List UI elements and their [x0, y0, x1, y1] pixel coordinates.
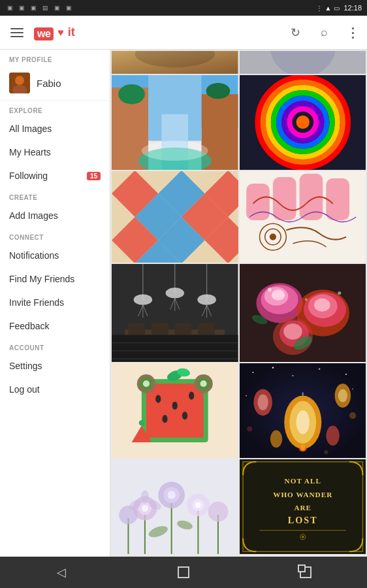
svg-point-104 — [252, 372, 253, 373]
svg-point-118 — [257, 395, 268, 410]
refresh-button[interactable]: ↻ — [281, 16, 310, 50]
grid-cell-11[interactable] — [112, 459, 238, 554]
my-profile-label: MY PROFILE — [0, 50, 110, 66]
svg-rect-39 — [326, 178, 349, 220]
svg-point-91 — [162, 415, 167, 423]
sidebar-item-settings[interactable]: Settings — [0, 354, 110, 378]
connect-label: CONNECT — [0, 227, 110, 244]
svg-point-107 — [319, 368, 320, 370]
main-layout: MY PROFILE Fabio EXPLORE All Images My H… — [0, 50, 367, 572]
svg-point-14 — [206, 83, 231, 99]
svg-point-15 — [142, 141, 208, 161]
sidebar-item-add-images[interactable]: Add Images — [0, 204, 110, 227]
back-icon: ◁ — [57, 565, 66, 580]
grid-cell-10[interactable] — [240, 363, 366, 458]
svg-point-106 — [292, 375, 293, 376]
grid-cell-3[interactable] — [112, 75, 238, 170]
refresh-icon: ↻ — [291, 25, 300, 40]
home-button[interactable] — [157, 557, 210, 588]
svg-point-55 — [165, 287, 184, 298]
svg-point-90 — [189, 391, 194, 399]
sidebar-item-my-hearts[interactable]: My Hearts — [0, 140, 110, 164]
grid-cell-4[interactable] — [240, 75, 366, 170]
search-button[interactable]: ⌕ — [310, 16, 338, 50]
svg-point-122 — [270, 431, 281, 448]
grid-cell-1[interactable] — [112, 51, 238, 74]
svg-point-134 — [142, 505, 148, 512]
account-label: ACCOUNT — [0, 338, 110, 354]
svg-point-95 — [143, 380, 150, 387]
svg-point-72 — [271, 289, 284, 300]
svg-rect-87 — [146, 384, 204, 437]
status-bar-right: ⋮ ▲ ▭ 12:18 — [316, 4, 362, 12]
svg-rect-36 — [246, 184, 270, 220]
svg-point-108 — [345, 374, 346, 375]
svg-point-13 — [118, 84, 145, 105]
sidebar-item-following[interactable]: Following 15 — [0, 164, 110, 188]
grid-cell-2[interactable] — [240, 51, 366, 74]
logo-it: it — [68, 25, 75, 39]
grid-cell-12[interactable]: NOT ALL WHO WANDER ARE LOST — [240, 459, 366, 554]
top-bar-actions: ↻ ⌕ ⋮ — [281, 16, 367, 50]
battery-icon: ▭ — [334, 5, 340, 12]
app-icon-6: ▣ — [64, 3, 73, 12]
svg-point-24 — [296, 116, 309, 129]
svg-point-79 — [283, 323, 302, 339]
sidebar-item-invite-friends[interactable]: Invite Friends — [0, 291, 110, 314]
svg-point-80 — [267, 287, 271, 291]
sidebar-item-all-images[interactable]: All Images — [0, 117, 110, 140]
svg-point-140 — [195, 502, 200, 508]
logo-heart-icon: ♥ — [57, 27, 64, 39]
username: Fabio — [37, 78, 61, 89]
create-label: CREATE — [0, 188, 110, 204]
svg-rect-46 — [152, 323, 168, 335]
svg-point-81 — [304, 299, 307, 301]
svg-text:WHO WANDER: WHO WANDER — [273, 491, 332, 498]
menu-button[interactable] — [0, 16, 34, 50]
svg-point-113 — [296, 410, 309, 434]
svg-point-50 — [134, 294, 153, 304]
sidebar-item-logout[interactable]: Log out — [0, 378, 110, 401]
svg-point-137 — [168, 491, 176, 499]
signal-icon: ⋮ — [316, 5, 323, 12]
logo-we: we — [34, 24, 54, 41]
svg-text:NOT ALL: NOT ALL — [284, 477, 321, 485]
recent-apps-button[interactable] — [279, 557, 332, 588]
time-display: 12:18 — [343, 4, 362, 12]
sidebar-user[interactable]: Fabio — [0, 66, 110, 101]
top-app-bar: we ♥ it ↻ ⌕ ⋮ — [0, 16, 367, 50]
svg-point-125 — [324, 450, 328, 454]
svg-rect-48 — [198, 323, 214, 335]
back-button[interactable]: ◁ — [35, 557, 88, 588]
svg-point-89 — [172, 402, 178, 410]
grid-cell-7[interactable] — [112, 264, 238, 362]
svg-point-110 — [246, 395, 247, 397]
search-icon: ⌕ — [321, 25, 328, 39]
svg-point-60 — [197, 294, 216, 304]
svg-rect-45 — [128, 323, 144, 335]
grid-cell-5[interactable] — [112, 171, 238, 263]
sidebar-item-find-friends[interactable]: Find My Friends — [0, 267, 110, 291]
content-area[interactable]: NOT ALL WHO WANDER ARE LOST — [110, 50, 367, 572]
svg-point-142 — [208, 502, 229, 522]
more-button[interactable]: ⋮ — [338, 16, 367, 50]
svg-point-102 — [139, 420, 144, 425]
grid-cell-8[interactable] — [240, 264, 366, 362]
svg-point-123 — [349, 412, 356, 419]
grid-cell-9[interactable] — [112, 363, 238, 458]
sidebar-item-feedback[interactable]: Feedback — [0, 314, 110, 338]
svg-point-121 — [326, 425, 339, 446]
svg-point-82 — [338, 291, 341, 295]
app-icon-4: ▤ — [40, 3, 50, 12]
sidebar: MY PROFILE Fabio EXPLORE All Images My H… — [0, 50, 110, 572]
grid-cell-6[interactable] — [240, 171, 366, 263]
explore-label: EXPLORE — [0, 101, 110, 117]
svg-point-116 — [300, 444, 305, 451]
svg-point-76 — [314, 299, 330, 312]
svg-rect-64 — [112, 335, 238, 362]
logo-area: we ♥ it — [34, 24, 281, 41]
app-icon-2: ▣ — [17, 3, 26, 12]
sidebar-item-notifications[interactable]: Notifications — [0, 244, 110, 267]
home-icon — [178, 566, 189, 578]
svg-rect-47 — [175, 323, 191, 335]
